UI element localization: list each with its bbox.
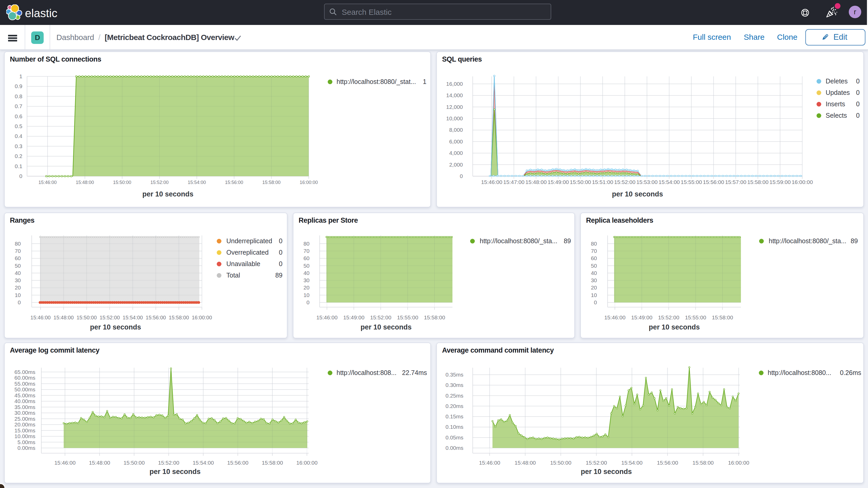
svg-text:15:46:00: 15:46:00 [38,180,57,185]
svg-text:15:58:00: 15:58:00 [262,180,280,185]
svg-text:15:50:00: 15:50:00 [113,180,131,185]
svg-text:60.00ms: 60.00ms [14,375,35,381]
svg-text:70: 70 [15,248,21,254]
svg-text:89: 89 [564,237,571,245]
svg-text:Number of SQL connections: Number of SQL connections [10,55,101,63]
svg-text:15:46:00: 15:46:00 [481,179,502,185]
svg-text:14,000: 14,000 [446,92,463,98]
svg-text:15:56:00: 15:56:00 [657,460,678,466]
svg-text:Deletes: Deletes [826,78,848,85]
svg-text:15:48:00: 15:48:00 [76,180,94,185]
svg-text:45.00ms: 45.00ms [14,392,35,398]
svg-text:10,000: 10,000 [446,115,463,121]
svg-text:15:48:00: 15:48:00 [54,315,74,321]
svg-text:0.26ms: 0.26ms [840,369,861,376]
svg-text:0: 0 [279,237,282,245]
svg-text:16:00:00: 16:00:00 [300,180,318,185]
svg-text:per 10 seconds: per 10 seconds [361,323,412,331]
svg-text:15:48:00: 15:48:00 [515,460,536,466]
svg-text:20.00ms: 20.00ms [14,422,35,427]
svg-text:0.10ms: 0.10ms [445,424,463,430]
svg-text:0: 0 [279,260,282,267]
svg-text:16:00:00: 16:00:00 [792,179,813,185]
svg-text:6,000: 6,000 [449,139,463,145]
svg-text:50: 50 [304,263,310,269]
svg-text:15:46:00: 15:46:00 [479,460,500,466]
svg-text:70: 70 [304,248,310,254]
svg-text:15:58:00: 15:58:00 [169,315,189,321]
svg-text:15:54:00: 15:54:00 [123,315,143,321]
svg-text:Underreplicated: Underreplicated [226,237,272,245]
svg-text:per 10 seconds: per 10 seconds [649,323,700,331]
svg-text:0: 0 [594,299,597,305]
svg-text:16:00:00: 16:00:00 [192,315,212,321]
svg-text:15:56:00: 15:56:00 [146,315,166,321]
svg-text:70: 70 [591,248,597,254]
svg-text:55.00ms: 55.00ms [14,381,35,387]
svg-text:80: 80 [15,241,21,247]
svg-text:http://localhost:8080/_stat...: http://localhost:8080/_stat... [337,78,416,85]
svg-text:30: 30 [15,277,21,283]
svg-text:25.00ms: 25.00ms [14,416,35,422]
svg-text:15:58:00: 15:58:00 [424,314,445,321]
svg-text:10: 10 [591,292,597,298]
svg-text:0.8: 0.8 [15,93,22,99]
svg-text:15:50:00: 15:50:00 [76,315,97,321]
svg-text:89: 89 [275,272,282,279]
svg-text:SQL queries: SQL queries [442,55,482,63]
svg-text:15:46:00: 15:46:00 [30,315,51,321]
svg-text:50: 50 [591,263,597,269]
svg-text:Average log commit latency: Average log commit latency [10,346,99,354]
svg-text:20: 20 [15,284,21,291]
svg-text:0.7: 0.7 [15,103,22,109]
svg-text:per 10 seconds: per 10 seconds [143,190,194,198]
svg-text:http://localhost:8080/_sta...: http://localhost:8080/_sta... [769,237,846,245]
svg-text:1: 1 [423,78,427,85]
svg-text:0.30ms: 0.30ms [445,382,463,388]
svg-text:10: 10 [15,292,21,298]
svg-text:http://localhost:808...: http://localhost:808... [337,369,397,376]
svg-text:15:50:00: 15:50:00 [550,460,571,466]
svg-text:per 10 seconds: per 10 seconds [612,190,663,198]
svg-text:0.4: 0.4 [15,133,23,139]
svg-text:89: 89 [850,237,858,245]
svg-text:80: 80 [304,241,310,247]
svg-text:15:52:00: 15:52:00 [151,180,169,185]
svg-text:15:54:00: 15:54:00 [188,180,206,185]
svg-text:20: 20 [304,284,310,291]
svg-text:15:48:00: 15:48:00 [525,179,547,185]
svg-text:Overreplicated: Overreplicated [226,249,269,256]
svg-text:0.25ms: 0.25ms [445,393,463,399]
svg-text:15:52:00: 15:52:00 [586,460,607,466]
svg-text:15:52:00: 15:52:00 [99,315,120,321]
svg-text:10.00ms: 10.00ms [14,433,35,439]
svg-text:0: 0 [856,78,860,85]
svg-text:Replicas per Store: Replicas per Store [299,216,358,224]
svg-text:per 10 seconds: per 10 seconds [149,468,200,476]
svg-text:0.3: 0.3 [15,143,22,149]
svg-text:0.35ms: 0.35ms [445,372,463,377]
svg-text:15:47:00: 15:47:00 [503,179,525,185]
svg-text:0.05ms: 0.05ms [445,434,463,440]
svg-text:15:54:00: 15:54:00 [193,460,214,466]
svg-text:40: 40 [591,270,597,276]
svg-text:15:55:00: 15:55:00 [681,179,702,185]
svg-text:15:52:00: 15:52:00 [370,314,392,321]
svg-text:15:56:00: 15:56:00 [703,179,724,185]
svg-text:0: 0 [856,112,860,119]
svg-text:0.6: 0.6 [15,113,22,119]
svg-text:0: 0 [856,89,860,96]
svg-text:Updates: Updates [826,89,850,96]
svg-text:0.2: 0.2 [15,153,22,159]
svg-text:0: 0 [460,173,463,179]
svg-text:per 10 seconds: per 10 seconds [581,468,632,476]
svg-text:Total: Total [226,272,240,279]
svg-text:50.00ms: 50.00ms [14,387,35,392]
svg-text:15:58:00: 15:58:00 [692,460,714,466]
svg-text:15:56:00: 15:56:00 [225,180,243,185]
svg-text:15:55:00: 15:55:00 [685,314,706,321]
svg-text:40: 40 [15,270,21,276]
svg-text:60: 60 [15,255,21,261]
svg-text:30.00ms: 30.00ms [14,410,35,416]
svg-text:15:58:00: 15:58:00 [712,314,733,321]
